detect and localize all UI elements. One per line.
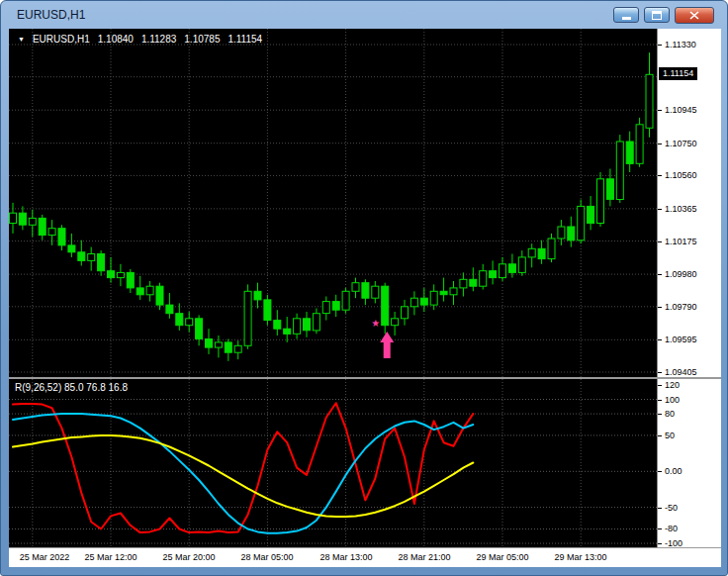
candle [98,254,105,271]
candle [176,314,183,326]
candle [460,279,467,288]
minimize-button[interactable] [613,7,639,23]
candle [568,227,575,240]
candle [244,291,251,345]
candle [117,272,124,277]
window-controls [613,7,714,24]
candle [313,314,319,331]
candle [558,227,565,239]
axis-tick [658,435,662,436]
candle [68,245,75,252]
candle [616,142,623,200]
time-axis-label: 28 Mar 05:00 [228,552,307,562]
candle [206,339,213,348]
axis-tick [658,385,662,386]
axis-tick [658,175,662,176]
axis-tick [658,471,662,472]
candle [19,213,26,225]
axis-tick [658,241,662,242]
axis-tick [658,209,662,210]
time-axis-label: 28 Mar 13:00 [307,552,386,562]
indicator-axis-label: -50 [665,503,678,513]
candle [215,342,222,347]
indicator-label: R(9,26,52) 85.0 76.8 16.8 [15,382,128,393]
candle [78,252,85,261]
candle [636,125,643,164]
axis-tick [658,528,662,529]
candlestick-chart-canvas[interactable]: ★ [9,29,657,377]
candle [430,291,437,305]
candle [294,319,301,335]
candle [352,283,359,292]
candle [548,239,555,259]
symbol-dropdown-icon[interactable]: ▼ [18,34,25,45]
price-axis[interactable]: 1.113301.109451.107501.105601.103651.101… [657,29,721,377]
indicator-axis-label: 120 [665,380,680,390]
ohlc-low: 1.10785 [184,34,220,45]
indicator-canvas[interactable] [9,379,657,547]
time-axis-label: 28 Mar 21:00 [385,552,464,562]
candle [508,264,515,273]
price-axis-label: 1.10175 [665,237,697,246]
time-axis-label: 29 Mar 13:00 [541,552,620,562]
candle [362,283,369,299]
candlestick-chart[interactable]: ★ ▼ EURUSD,H1 1.10840 1.11283 1.10785 1.… [9,29,657,377]
candle [127,272,134,288]
candle [304,319,311,331]
price-axis-label: 1.10750 [665,139,697,148]
axis-tick [658,400,662,401]
ohlc-header: ▼ EURUSD,H1 1.10840 1.11283 1.10785 1.11… [18,34,262,45]
candle [402,307,409,319]
price-axis-label: 1.09980 [665,269,697,279]
mt4-chart-window: EURUSD,H1 ★ ▼ EURUSD,H1 1.10840 [0,0,728,576]
candle [146,286,153,295]
ohlc-open: 1.10840 [98,34,134,45]
candle [392,319,399,326]
candle [410,298,417,307]
candle [578,206,585,240]
indicator-axis-label: 0.00 [665,466,682,476]
candle [156,286,163,305]
candle [646,74,653,128]
signal-star-icon: ★ [371,318,380,329]
candle [588,206,594,223]
chart-client-area: ★ ▼ EURUSD,H1 1.10840 1.11283 1.10785 1.… [9,29,721,567]
close-icon [689,11,699,20]
maximize-button[interactable] [644,7,670,23]
candle [264,300,271,321]
titlebar[interactable]: EURUSD,H1 [1,1,727,29]
close-button[interactable] [675,7,714,24]
time-axis[interactable]: 25 Mar 202225 Mar 12:0025 Mar 20:0028 Ma… [9,547,721,567]
indicator-panel[interactable]: R(9,26,52) 85.0 76.8 16.8 [9,379,657,547]
candle [528,248,535,257]
price-axis-label: 1.11330 [665,40,696,49]
candle [342,291,349,310]
indicator-axis-label: 50 [665,431,675,440]
candle [108,271,115,278]
candle [382,286,389,326]
indicator-axis-label: 80 [665,409,675,419]
current-price-tag: 1.11154 [659,67,697,80]
window-title: EURUSD,H1 [17,8,85,22]
candle [225,342,231,352]
candle [254,291,261,300]
candle [500,264,506,278]
indicator-line-medium [13,414,473,533]
candle [470,279,477,286]
candle [490,271,497,278]
price-axis-label: 1.09405 [665,367,697,377]
price-axis-label: 1.10945 [665,105,697,115]
axis-tick [658,508,662,509]
indicator-axis[interactable]: 12010080500.00-50-80-100 [657,379,721,547]
time-axis-label: 29 Mar 05:00 [463,552,542,562]
candle [284,329,291,334]
buy-signal-arrow-icon [380,332,394,358]
candle [39,218,46,235]
time-axis-label: 25 Mar 12:00 [71,552,150,562]
price-axis-label: 1.09790 [665,302,697,312]
candle [420,298,427,305]
axis-tick [658,144,662,144]
axis-tick [658,339,662,340]
maximize-icon [652,11,662,20]
ohlc-symbol: EURUSD,H1 [33,34,90,45]
